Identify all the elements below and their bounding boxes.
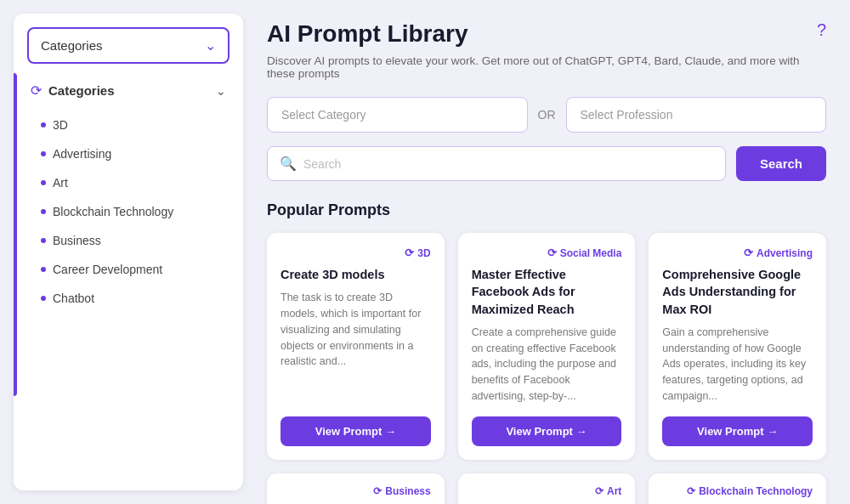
- search-row: 🔍 Search: [267, 146, 826, 181]
- tag-icon: ⟳: [595, 485, 604, 497]
- card-bottom-tag-row: ⟳ Business: [280, 485, 431, 497]
- card-bottom-tag: ⟳ Art: [595, 485, 621, 497]
- search-button[interactable]: Search: [736, 146, 826, 181]
- page-subtitle: Discover AI prompts to elevate your work…: [267, 54, 826, 80]
- card-desc: The task is to create 3D models, which i…: [280, 290, 431, 404]
- bullet-icon: [41, 209, 46, 214]
- prompt-card-3: ⟳ Advertising Comprehensive Google Ads U…: [649, 233, 826, 460]
- bullet-icon: [41, 180, 46, 185]
- bullet-icon: [41, 122, 46, 127]
- prompt-card-1: ⟳ 3D Create 3D models The task is to cre…: [267, 233, 445, 460]
- chevron-down-icon: ⌄: [205, 37, 216, 54]
- card-bottom-tag: ⟳ Blockchain Technology: [687, 485, 813, 497]
- sidebar-item-3d[interactable]: 3D: [27, 110, 230, 139]
- sidebar-active-bar: [14, 73, 17, 396]
- chevron-icon: ⌄: [216, 84, 226, 98]
- category-select[interactable]: Select Category: [267, 97, 528, 133]
- sidebar-category-title: Categories: [48, 83, 115, 98]
- tag-icon: ⟳: [744, 246, 753, 259]
- view-prompt-button-2[interactable]: View Prompt →: [472, 416, 622, 446]
- bottom-cards-grid: ⟳ Business Plan and manage crop cultivat…: [267, 473, 826, 504]
- profession-select[interactable]: Select Profession: [566, 97, 827, 133]
- card-tag-row: ⟳ 3D: [280, 246, 431, 259]
- view-prompt-button-3[interactable]: View Prompt →: [662, 416, 813, 446]
- sidebar-item-label: Advertising: [53, 147, 111, 161]
- tag-icon: ⟳: [373, 485, 382, 497]
- sidebar-item-label: Art: [53, 176, 68, 190]
- card-tag: ⟳ Social Media: [547, 246, 622, 259]
- bullet-icon: [41, 238, 46, 243]
- card-title: Master Effective Facebook Ads for Maximi…: [472, 266, 622, 318]
- card-tag: ⟳ 3D: [405, 246, 430, 259]
- search-input-wrap: 🔍: [267, 146, 726, 181]
- bottom-card-2: ⟳ Art Create artwork in various mediums: [458, 473, 636, 504]
- category-icon: ⟳: [31, 82, 42, 99]
- bullet-icon: [41, 296, 46, 301]
- card-tag-row: ⟳ Social Media: [472, 246, 622, 259]
- search-input[interactable]: [303, 157, 713, 171]
- sidebar-item-label: Chatbot: [53, 292, 94, 305]
- sidebar-item-blockchain[interactable]: Blockchain Technology: [27, 197, 230, 226]
- main-content: AI Prompt Library ? Discover AI prompts …: [243, 0, 850, 504]
- sidebar: Categories ⌄ ⟳ Categories ⌄ 3D Advertisi…: [14, 14, 243, 490]
- sidebar-item-label: Career Development: [53, 263, 162, 276]
- sidebar-item-chatbot[interactable]: Chatbot: [27, 284, 230, 313]
- bottom-card-1: ⟳ Business Plan and manage crop cultivat…: [267, 473, 445, 504]
- sidebar-item-art[interactable]: Art: [27, 168, 230, 197]
- prompt-card-2: ⟳ Social Media Master Effective Facebook…: [458, 233, 636, 460]
- bottom-card-3: ⟳ Blockchain Technology Blockchain for S…: [649, 473, 826, 504]
- view-prompt-button-1[interactable]: View Prompt →: [280, 416, 431, 446]
- card-bottom-tag: ⟳ Business: [373, 485, 430, 497]
- bullet-icon: [41, 151, 46, 156]
- sidebar-item-advertising[interactable]: Advertising: [27, 139, 230, 168]
- sidebar-item-label: 3D: [53, 118, 68, 132]
- section-title: Popular Prompts: [267, 201, 826, 219]
- tag-icon: ⟳: [687, 485, 695, 497]
- card-tag-row: ⟳ Advertising: [662, 246, 813, 259]
- or-label: OR: [538, 108, 556, 122]
- card-desc: Create a comprehensive guide on creating…: [472, 325, 622, 405]
- main-header: AI Prompt Library ?: [267, 20, 826, 48]
- sidebar-item-label: Business: [53, 234, 101, 247]
- bullet-icon: [41, 267, 46, 272]
- sidebar-category-header: ⟳ Categories ⌄: [27, 77, 230, 104]
- card-title: Comprehensive Google Ads Understanding f…: [662, 266, 813, 318]
- cards-grid: ⟳ 3D Create 3D models The task is to cre…: [267, 233, 826, 460]
- card-bottom-tag-row: ⟳ Blockchain Technology: [662, 485, 813, 497]
- filter-row: Select Category OR Select Profession: [267, 97, 826, 133]
- sidebar-dropdown-label: Categories: [41, 38, 103, 53]
- help-icon[interactable]: ?: [817, 20, 826, 40]
- card-desc: Gain a comprehensive understanding of ho…: [662, 325, 813, 405]
- sidebar-item-business[interactable]: Business: [27, 226, 230, 255]
- page-title: AI Prompt Library: [267, 20, 468, 48]
- card-bottom-tag-row: ⟳ Art: [472, 485, 622, 497]
- sidebar-item-label: Blockchain Technology: [53, 205, 173, 218]
- card-title: Create 3D models: [280, 266, 431, 283]
- sidebar-item-career[interactable]: Career Development: [27, 255, 230, 284]
- tag-icon: ⟳: [547, 246, 557, 259]
- tag-icon: ⟳: [405, 246, 414, 259]
- sidebar-category-header-left: ⟳ Categories: [31, 82, 115, 99]
- search-icon: 🔍: [280, 156, 297, 172]
- sidebar-dropdown[interactable]: Categories ⌄: [27, 27, 230, 64]
- card-tag: ⟳ Advertising: [744, 246, 813, 259]
